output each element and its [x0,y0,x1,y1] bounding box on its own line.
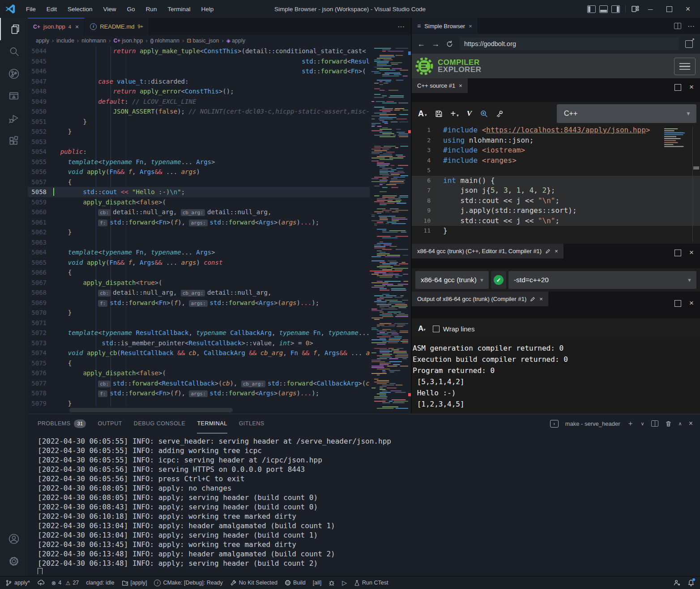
tab-readme-md[interactable]: i README.md 9+ [85,18,149,35]
activitybar-accounts[interactable] [0,528,28,550]
add-pane-button[interactable]: +▾ [451,109,459,119]
close-icon[interactable]: × [539,296,543,302]
compiler-explorer-logo[interactable] [414,56,434,76]
activitybar-extensions[interactable] [0,130,28,152]
cmake-status-item[interactable]: i CMake: [Debug]: Ready [154,580,222,586]
tab-simple-browser[interactable]: ≡ Simple Browser × [412,18,478,34]
maximize-pane-icon[interactable] [674,250,681,256]
maximize-pane-icon[interactable] [674,300,681,307]
menu-run[interactable]: Run [141,4,162,14]
close-pane-icon[interactable]: × [689,248,694,257]
notifications-item[interactable] [687,579,695,586]
tab-gitlens[interactable]: GITLENS [239,414,265,433]
font-size-button[interactable]: A▾ [418,324,426,333]
maximize-pane-icon[interactable] [674,84,681,91]
ce-scrollbar-thumb[interactable] [693,166,699,169]
breadcrumb-item[interactable]: apply [232,38,245,44]
compiler-options-input[interactable]: -std=c++20 ▼ [508,271,696,289]
menu-file[interactable]: File [21,4,40,14]
launch-item[interactable]: ▷ [342,579,347,586]
close-pane-icon[interactable]: × [689,299,694,308]
url-input[interactable]: https://godbolt.org [460,38,679,50]
reload-icon[interactable] [446,40,453,48]
kit-item[interactable]: No Kit Selected [230,580,277,586]
breadcrumb-item[interactable]: json.hpp [122,38,143,44]
menu-view[interactable]: View [99,4,121,14]
breadcrumb-item[interactable]: basic_json [192,38,219,44]
terminal-dropdown-icon[interactable]: ∨ [641,421,645,427]
editor-more-actions[interactable]: ⋯ [397,18,405,35]
source-pane-tab[interactable]: C++ source #1 × [412,78,468,93]
new-terminal-icon[interactable]: ＋ [627,419,634,428]
code-editor[interactable]: 5044 return apply_make_tuple<ConstThis>(… [28,46,411,414]
vim-mode-icon[interactable]: V [467,109,472,118]
activitybar-run-debug[interactable] [0,107,28,130]
cmake-folder-item[interactable]: [apply] [122,580,147,586]
tab-debug-console[interactable]: DEBUG CONSOLE [134,414,186,433]
menu-terminal[interactable]: Terminal [163,4,195,14]
toggle-sidebar-icon[interactable] [587,5,596,13]
menu-selection[interactable]: Selection [63,4,97,14]
terminal-title[interactable]: make - serve_header [565,420,620,427]
activitybar-source-control[interactable] [0,63,28,85]
breadcrumb-item[interactable]: include [56,38,74,44]
tab-terminal[interactable]: TERMINAL [197,414,227,433]
menu-help[interactable]: Help [196,4,218,14]
build-item[interactable]: Build [285,580,306,586]
clangd-status-item[interactable]: clangd: idle [86,580,114,586]
maximize-panel-icon[interactable]: ∧ [679,421,682,427]
close-icon[interactable]: × [555,248,558,254]
font-size-button[interactable]: A▾ [418,109,427,119]
pin-tool-icon[interactable] [496,110,504,118]
problems-item[interactable]: ⊗ 4 ⚠ 27 [51,580,79,586]
activitybar-search[interactable] [0,40,28,63]
forward-icon[interactable]: → [431,39,440,49]
ce-source-editor[interactable]: 1#include <https://localhost:8443/apply/… [412,125,700,244]
edit-pencil-icon[interactable] [530,296,536,302]
feedback-item[interactable] [673,579,680,586]
menu-go[interactable]: Go [123,4,140,14]
tab-json-hpp[interactable]: C+ json.hpp 4 × [28,18,85,35]
output-pane-tab[interactable]: Output of x86-64 gcc (trunk) (Compiler #… [412,292,548,306]
zoom-search-icon[interactable] [480,110,488,118]
breadcrumb-item[interactable]: nlohmann [155,38,179,44]
edit-pencil-icon[interactable] [545,248,551,254]
breadcrumb-item[interactable]: apply [36,38,49,44]
toggle-panel-icon[interactable] [599,5,608,13]
close-window-button[interactable]: × [680,0,696,18]
open-external-icon[interactable]: ↗ [685,40,693,48]
terminal-output[interactable]: [2022-04-30 06:05:55] INFO: serve_header… [38,436,698,574]
compiler-select[interactable]: x86-64 gcc (trunk) ▼ [415,271,489,289]
git-branch-item[interactable]: apply* [5,579,30,587]
language-select[interactable]: C++ ▼ [557,104,696,123]
toggle-secondary-sidebar-icon[interactable] [611,5,620,13]
hamburger-menu-icon[interactable] [674,58,696,75]
split-terminal-icon[interactable] [651,420,658,427]
activitybar-live-preview[interactable] [0,85,28,107]
maximize-button[interactable] [662,0,677,18]
breadcrumb-item[interactable]: nlohmann [81,38,106,44]
minimap[interactable] [370,46,408,413]
horizontal-scrollbar[interactable] [69,408,233,412]
compiler-pane-tab[interactable]: x86-64 gcc (trunk) (C++, Editor #1, Comp… [412,244,563,258]
more-actions-icon[interactable]: ⋯ [687,22,695,30]
kill-terminal-icon[interactable] [665,420,672,427]
menu-edit[interactable]: Edit [42,4,61,14]
back-icon[interactable]: ← [417,39,425,49]
close-panel-icon[interactable]: × [689,420,693,428]
customize-layout-icon[interactable] [631,5,639,13]
activitybar-settings[interactable] [0,550,28,572]
debug-item[interactable] [329,580,335,586]
close-pane-icon[interactable]: × [689,83,694,92]
save-icon[interactable] [435,110,443,118]
close-tab-icon[interactable]: × [469,23,472,30]
sync-changes-item[interactable] [37,579,44,586]
tab-problems[interactable]: PROBLEMS 31 [38,414,86,433]
close-icon[interactable]: × [459,82,462,89]
tab-output[interactable]: OUTPUT [98,414,122,433]
ctest-item[interactable]: Run CTest [354,580,388,586]
close-tab-icon[interactable]: × [75,23,79,30]
activitybar-explorer[interactable] [0,18,29,40]
minimize-button[interactable]: ─ [643,0,658,18]
wrap-lines-checkbox[interactable] [433,326,440,332]
